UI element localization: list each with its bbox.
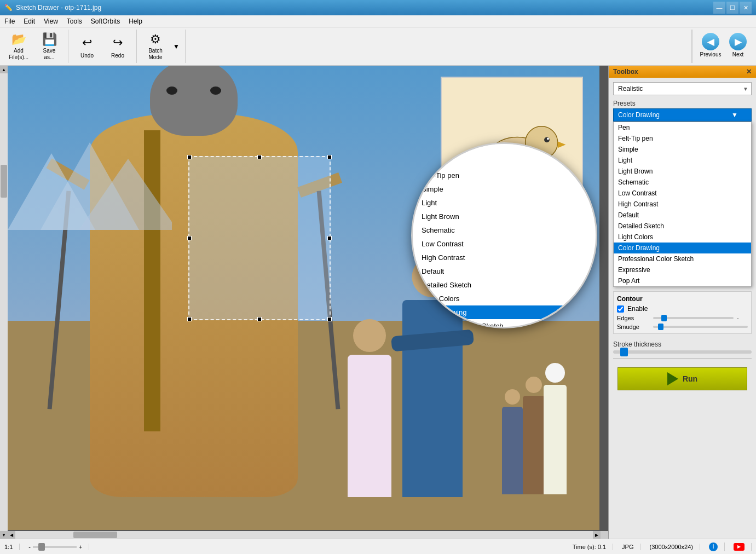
preset-pop-art[interactable]: Pop Art xyxy=(614,275,751,286)
undo-icon: ↩ xyxy=(78,34,96,51)
enable-contour-checkbox[interactable] xyxy=(617,305,624,313)
edges-slider-value: - xyxy=(737,315,748,321)
info-item: i xyxy=(709,543,725,551)
horizontal-scrollbar[interactable]: ◀ ▶ xyxy=(8,531,601,539)
preset-light-brown[interactable]: Light Brown xyxy=(614,166,751,177)
preset-felt-tip[interactable]: Felt-Tip pen xyxy=(614,133,751,144)
person-body xyxy=(402,300,463,497)
preset-pen[interactable]: Pen xyxy=(614,122,751,133)
sel-handle-tm[interactable] xyxy=(257,155,262,159)
person-arms xyxy=(391,330,474,352)
sel-handle-bm[interactable] xyxy=(257,317,262,321)
zoom-slider-item: - + xyxy=(28,544,89,550)
scroll-corner xyxy=(601,531,608,539)
menu-edit[interactable]: Edit xyxy=(19,15,39,27)
next-arrow-icon: ▶ xyxy=(729,33,747,50)
mag-option-low-contrast[interactable]: Low Contrast xyxy=(413,237,596,251)
selection-box[interactable] xyxy=(188,156,331,320)
canvas-area[interactable]: ▲ ▼ xyxy=(0,66,608,539)
toolbox-close-icon[interactable]: ✕ xyxy=(746,68,752,76)
menu-file[interactable]: File xyxy=(0,15,19,27)
style-select-arrow-icon: ▼ xyxy=(743,86,748,92)
bg-person-1-head xyxy=(526,377,542,393)
zoom-slider-thumb[interactable] xyxy=(38,543,45,551)
sel-handle-bl[interactable] xyxy=(187,317,192,321)
preset-select-bar[interactable]: Color Drawing ▼ xyxy=(613,108,752,122)
zoom-minus-icon[interactable]: - xyxy=(28,544,31,550)
minimize-button[interactable]: — xyxy=(713,2,725,14)
mountains xyxy=(8,120,172,230)
preset-default[interactable]: Default xyxy=(614,210,751,221)
edges-slider-thumb[interactable] xyxy=(661,315,667,321)
mag-option-high-contrast[interactable]: High Contrast xyxy=(413,251,596,264)
smudge-row: Smudge xyxy=(617,324,748,330)
scroll-left-arrow[interactable]: ◀ xyxy=(8,531,15,539)
h-scroll-thumb[interactable] xyxy=(73,532,117,538)
scroll-right-arrow[interactable]: ▶ xyxy=(593,531,601,539)
dimensions-item: (3000x2000x24) xyxy=(649,544,700,550)
vertical-scroll-top[interactable]: ▲ ▼ xyxy=(0,66,8,539)
batch-mode-button[interactable]: ⚙ BatchMode xyxy=(141,31,170,62)
zoom-plus-icon[interactable]: + xyxy=(79,544,82,550)
style-select-container: Realistic Artistic Cartoon ▼ xyxy=(613,82,752,95)
menu-bar: File Edit View Tools SoftOrbits Help xyxy=(0,15,756,27)
mag-option-schematic[interactable]: Schematic xyxy=(413,223,596,237)
stroke-slider-track xyxy=(613,350,752,354)
stroke-thickness-section: Stroke thickness xyxy=(613,341,752,359)
sel-handle-tr[interactable] xyxy=(327,155,332,159)
preset-simple[interactable]: Simple xyxy=(614,144,751,155)
add-files-button[interactable]: 📂 AddFile(s)... xyxy=(4,31,33,62)
zoom-item: 1:1 xyxy=(4,544,20,550)
scroll-thumb-v[interactable] xyxy=(1,165,7,198)
previous-button[interactable]: ◀ Previous xyxy=(697,30,724,61)
preset-high-contrast[interactable]: High Contrast xyxy=(614,199,751,210)
format-item: JPG xyxy=(622,544,640,550)
smudge-slider-thumb[interactable] xyxy=(658,324,663,330)
preset-color-drawing[interactable]: Color Drawing xyxy=(614,243,751,253)
run-label: Run xyxy=(683,374,697,383)
title-bar-controls: — ☐ ✕ xyxy=(713,2,752,14)
stroke-slider-thumb[interactable] xyxy=(620,348,628,356)
sel-handle-lm[interactable] xyxy=(187,236,192,240)
mag-option-detailed-sketch[interactable]: Detailed Sketch xyxy=(413,278,596,292)
preset-low-contrast[interactable]: Low Contrast xyxy=(614,188,751,199)
mag-option-default[interactable]: Default xyxy=(413,264,596,278)
menu-view[interactable]: View xyxy=(39,15,62,27)
close-button[interactable]: ✕ xyxy=(740,2,752,14)
run-button[interactable]: Run xyxy=(618,367,747,390)
sel-handle-tl[interactable] xyxy=(187,155,192,159)
preset-expressive[interactable]: Expressive xyxy=(614,264,751,275)
preset-light[interactable]: Light xyxy=(614,155,751,166)
gorilla-eye-left xyxy=(166,86,177,95)
format-label: JPG xyxy=(622,544,633,550)
scroll-down-arrow[interactable]: ▼ xyxy=(0,531,8,539)
sel-handle-rm[interactable] xyxy=(327,236,332,240)
undo-button[interactable]: ↩ Undo xyxy=(73,31,101,62)
youtube-icon[interactable]: ▶ xyxy=(734,543,745,551)
preset-professional-color-sketch[interactable]: Professional Color Sketch xyxy=(614,253,751,264)
info-icon[interactable]: i xyxy=(709,543,718,551)
scroll-up-arrow[interactable]: ▲ xyxy=(0,66,8,73)
preset-dropdown-arrow-icon: ▼ xyxy=(731,111,738,119)
menu-help[interactable]: Help xyxy=(124,15,147,27)
mag-option-light-brown[interactable]: Light Brown xyxy=(413,210,596,223)
mag-option-light[interactable]: Light xyxy=(413,196,596,210)
save-as-button[interactable]: 💾 Saveas... xyxy=(35,31,64,62)
next-button[interactable]: ▶ Next xyxy=(724,30,752,61)
menu-softorbits[interactable]: SoftOrbits xyxy=(86,15,124,27)
presets-label: Presets xyxy=(613,100,752,107)
app-icon: ✏️ xyxy=(4,4,13,11)
style-select[interactable]: Realistic Artistic Cartoon xyxy=(613,82,752,95)
menu-tools[interactable]: Tools xyxy=(62,15,86,27)
expand-toolbar-button[interactable]: ▼ xyxy=(172,42,181,51)
preset-light-colors[interactable]: Light Colors xyxy=(614,232,751,243)
sel-handle-br[interactable] xyxy=(327,317,332,321)
preset-schematic[interactable]: Schematic xyxy=(614,177,751,188)
redo-button[interactable]: ↪ Redo xyxy=(103,31,132,62)
preset-detailed-sketch[interactable]: Detailed Sketch xyxy=(614,221,751,232)
mag-option-simple[interactable]: Simple xyxy=(413,182,596,196)
toolbox-panel: Toolbox ✕ Realistic Artistic Cartoon ▼ P… xyxy=(608,66,756,539)
add-files-icon: 📂 xyxy=(10,32,27,47)
maximize-button[interactable]: ☐ xyxy=(726,2,738,14)
mag-option-felt-tip[interactable]: Felt-Tip pen xyxy=(413,169,596,182)
